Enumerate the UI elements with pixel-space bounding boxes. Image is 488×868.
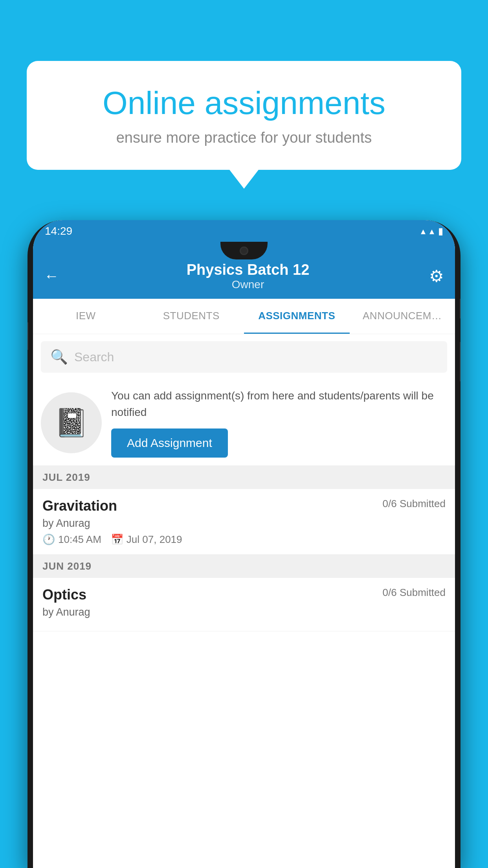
assignment-time-text: 10:45 AM bbox=[58, 533, 101, 546]
assignment-name: Gravitation bbox=[42, 498, 117, 514]
tab-students[interactable]: STUDENTS bbox=[139, 299, 244, 334]
phone-frame: 14:29 ▴ ▴ ▮ ← Physics Batch 12 Owner ⚙ bbox=[28, 220, 460, 868]
camera bbox=[240, 246, 248, 255]
assignment-by-optics: by Anurag bbox=[42, 606, 446, 618]
assignment-submitted-optics: 0/6 Submitted bbox=[383, 587, 446, 599]
tab-announcements[interactable]: ANNOUNCEM… bbox=[350, 299, 455, 334]
promo-section: 📓 You can add assignment(s) from here an… bbox=[33, 380, 455, 466]
speech-bubble-subtitle: ensure more practice for your students bbox=[54, 129, 434, 146]
settings-icon[interactable]: ⚙ bbox=[429, 267, 444, 286]
promo-description: You can add assignment(s) from here and … bbox=[111, 388, 447, 421]
back-button[interactable]: ← bbox=[44, 268, 59, 285]
add-assignment-button[interactable]: Add Assignment bbox=[111, 428, 228, 458]
phone-screen: 14:29 ▴ ▴ ▮ ← Physics Batch 12 Owner ⚙ bbox=[33, 220, 455, 868]
assignment-name-optics: Optics bbox=[42, 587, 86, 603]
phone-notch bbox=[220, 242, 268, 259]
assignment-item-gravitation[interactable]: Gravitation 0/6 Submitted by Anurag 🕐 10… bbox=[33, 489, 455, 555]
assignment-meta: 🕐 10:45 AM 📅 Jul 07, 2019 bbox=[42, 533, 446, 546]
side-button-right1 bbox=[460, 299, 460, 318]
screen-content: 🔍 Search 📓 You can add assignment(s) fro… bbox=[33, 334, 455, 631]
assignment-by: by Anurag bbox=[42, 517, 446, 530]
section-header-jul: JUL 2019 bbox=[33, 466, 455, 489]
app-bar: ← Physics Batch 12 Owner ⚙ bbox=[33, 254, 455, 299]
assignment-submitted: 0/6 Submitted bbox=[383, 498, 446, 510]
assignment-time: 🕐 10:45 AM bbox=[42, 533, 101, 546]
section-header-jun: JUN 2019 bbox=[33, 555, 455, 578]
app-bar-title: Physics Batch 12 Owner bbox=[67, 261, 429, 291]
speech-bubble: Online assignments ensure more practice … bbox=[27, 61, 461, 170]
status-time: 14:29 bbox=[45, 225, 72, 237]
battery-icon: ▮ bbox=[438, 226, 443, 237]
assignment-date-text: Jul 07, 2019 bbox=[127, 533, 182, 546]
calendar-icon: 📅 bbox=[111, 533, 123, 546]
batch-title: Physics Batch 12 bbox=[67, 261, 429, 278]
search-container: 🔍 Search bbox=[33, 334, 455, 380]
search-input[interactable]: Search bbox=[74, 350, 114, 364]
notebook-icon: 📓 bbox=[54, 406, 88, 439]
assignment-top: Gravitation 0/6 Submitted bbox=[42, 498, 446, 514]
speech-bubble-title: Online assignments bbox=[54, 85, 434, 121]
side-button-right2 bbox=[460, 342, 460, 381]
wifi-icon: ▴ bbox=[421, 226, 426, 237]
tab-iew[interactable]: IEW bbox=[33, 299, 139, 334]
promo-text: You can add assignment(s) from here and … bbox=[111, 388, 447, 458]
promo-icon-circle: 📓 bbox=[41, 392, 102, 453]
status-bar: 14:29 ▴ ▴ ▮ bbox=[33, 220, 455, 242]
side-button-left bbox=[28, 322, 28, 350]
search-icon: 🔍 bbox=[50, 349, 68, 365]
assignment-top-optics: Optics 0/6 Submitted bbox=[42, 587, 446, 603]
signal-icon: ▴ bbox=[429, 226, 434, 237]
tab-assignments[interactable]: ASSIGNMENTS bbox=[244, 299, 350, 334]
status-icons: ▴ ▴ ▮ bbox=[421, 226, 443, 237]
speech-bubble-container: Online assignments ensure more practice … bbox=[27, 61, 461, 170]
tab-bar: IEW STUDENTS ASSIGNMENTS ANNOUNCEM… bbox=[33, 299, 455, 334]
assignment-date: 📅 Jul 07, 2019 bbox=[111, 533, 182, 546]
search-bar[interactable]: 🔍 Search bbox=[41, 341, 447, 373]
clock-icon: 🕐 bbox=[42, 533, 55, 546]
batch-subtitle: Owner bbox=[67, 278, 429, 291]
assignment-item-optics[interactable]: Optics 0/6 Submitted by Anurag bbox=[33, 578, 455, 631]
